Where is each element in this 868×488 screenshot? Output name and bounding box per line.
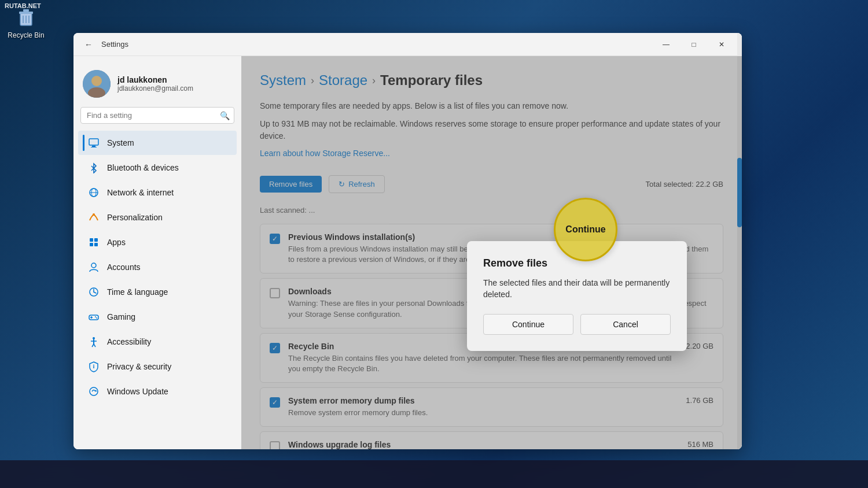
sidebar-item-bluetooth-label: Bluetooth & devices bbox=[107, 163, 179, 172]
sidebar-item-accessibility[interactable]: Accessibility bbox=[78, 330, 237, 354]
close-button[interactable]: ✕ bbox=[708, 33, 735, 56]
sidebar: jd laukkonen jdlaukkonen@gmail.com 🔍 Sys… bbox=[73, 56, 241, 449]
accounts-icon bbox=[87, 261, 100, 273]
sidebar-item-privacy[interactable]: Privacy & security bbox=[78, 354, 237, 379]
svg-rect-17 bbox=[94, 238, 98, 242]
sidebar-item-network[interactable]: Network & internet bbox=[78, 180, 237, 205]
dialog-text: The selected files and their data will b… bbox=[483, 278, 671, 300]
sidebar-item-accounts-label: Accounts bbox=[107, 263, 141, 272]
sidebar-item-time[interactable]: Time & language bbox=[78, 280, 237, 304]
user-profile: jd laukkonen jdlaukkonen@gmail.com bbox=[73, 65, 241, 107]
sidebar-item-accounts[interactable]: Accounts bbox=[78, 255, 237, 279]
user-info: jd laukkonen jdlaukkonen@gmail.com bbox=[117, 75, 193, 93]
window-title: Settings bbox=[101, 40, 128, 49]
time-icon bbox=[87, 286, 100, 298]
sidebar-item-gaming-label: Gaming bbox=[107, 312, 135, 321]
svg-point-29 bbox=[93, 337, 95, 339]
nav-list: System Bluetooth & devices Network & int… bbox=[73, 131, 241, 404]
dialog-buttons: Continue Cancel bbox=[483, 314, 671, 335]
window-controls: — □ ✕ bbox=[653, 33, 735, 56]
svg-rect-19 bbox=[94, 243, 98, 246]
sidebar-item-bluetooth[interactable]: Bluetooth & devices bbox=[78, 156, 237, 180]
sidebar-item-system[interactable]: System bbox=[78, 131, 237, 155]
svg-point-27 bbox=[95, 316, 96, 317]
svg-rect-16 bbox=[90, 238, 93, 242]
apps-icon bbox=[87, 236, 100, 249]
dialog-continue-button[interactable]: Continue bbox=[483, 314, 573, 335]
search-box: 🔍 bbox=[80, 107, 234, 124]
sidebar-item-time-label: Time & language bbox=[107, 287, 168, 297]
sidebar-item-system-label: System bbox=[107, 138, 134, 147]
recycle-bin-label: Recycle Bin bbox=[8, 31, 44, 39]
desktop: RUTAB.NET Recycle Bin ← Settings — □ ✕ bbox=[0, 0, 868, 488]
personalization-icon bbox=[87, 211, 100, 224]
svg-point-35 bbox=[93, 365, 94, 366]
sidebar-item-privacy-label: Privacy & security bbox=[107, 362, 171, 371]
svg-rect-18 bbox=[90, 243, 93, 246]
network-icon bbox=[87, 186, 100, 199]
svg-line-23 bbox=[94, 292, 96, 293]
sidebar-item-windows-update[interactable]: Windows Update bbox=[78, 379, 237, 404]
callout-circle: Continue bbox=[554, 198, 617, 261]
user-name: jd laukkonen bbox=[117, 75, 193, 84]
svg-point-20 bbox=[91, 263, 96, 268]
back-button[interactable]: ← bbox=[80, 36, 97, 53]
sidebar-item-windows-update-label: Windows Update bbox=[107, 387, 168, 396]
sidebar-item-accessibility-label: Accessibility bbox=[107, 337, 151, 346]
sidebar-item-personalization[interactable]: Personalization bbox=[78, 205, 237, 230]
minimize-button[interactable]: — bbox=[653, 33, 679, 56]
settings-window: ← Settings — □ ✕ bbox=[73, 33, 742, 449]
search-input[interactable] bbox=[80, 107, 234, 124]
maximize-button[interactable]: □ bbox=[681, 33, 707, 56]
sidebar-item-personalization-label: Personalization bbox=[107, 213, 163, 222]
bluetooth-icon bbox=[87, 161, 100, 174]
accessibility-icon bbox=[87, 335, 100, 348]
content-area: jd laukkonen jdlaukkonen@gmail.com 🔍 Sys… bbox=[73, 56, 742, 449]
callout-label: Continue bbox=[565, 224, 605, 235]
modal-overlay: Remove files The selected files and thei… bbox=[241, 56, 742, 449]
main-content: System › Storage › Temporary files Some … bbox=[241, 56, 742, 449]
search-icon: 🔍 bbox=[220, 111, 230, 120]
svg-line-32 bbox=[92, 344, 94, 347]
user-email: jdlaukkonen@gmail.com bbox=[117, 84, 193, 93]
sidebar-item-gaming[interactable]: Gaming bbox=[78, 305, 237, 329]
taskbar bbox=[0, 460, 868, 488]
svg-point-7 bbox=[91, 76, 102, 86]
title-bar: ← Settings — □ ✕ bbox=[73, 33, 742, 56]
sidebar-item-network-label: Network & internet bbox=[107, 188, 174, 197]
svg-rect-10 bbox=[92, 146, 95, 147]
windows-update-icon bbox=[87, 385, 100, 398]
svg-rect-11 bbox=[91, 147, 97, 147]
avatar bbox=[83, 70, 111, 98]
svg-rect-9 bbox=[89, 139, 98, 145]
svg-point-15 bbox=[93, 213, 95, 216]
gaming-icon bbox=[87, 310, 100, 323]
svg-line-33 bbox=[94, 344, 95, 347]
svg-point-28 bbox=[96, 317, 97, 319]
dialog-cancel-button[interactable]: Cancel bbox=[580, 314, 671, 335]
svg-rect-1 bbox=[19, 12, 33, 14]
privacy-icon bbox=[87, 360, 100, 373]
sidebar-item-apps[interactable]: Apps bbox=[78, 230, 237, 254]
system-icon bbox=[87, 136, 100, 149]
svg-rect-2 bbox=[23, 9, 29, 12]
recycle-bin-graphic bbox=[14, 6, 38, 29]
recycle-bin-icon[interactable]: Recycle Bin bbox=[6, 6, 46, 39]
sidebar-item-apps-label: Apps bbox=[107, 238, 126, 247]
